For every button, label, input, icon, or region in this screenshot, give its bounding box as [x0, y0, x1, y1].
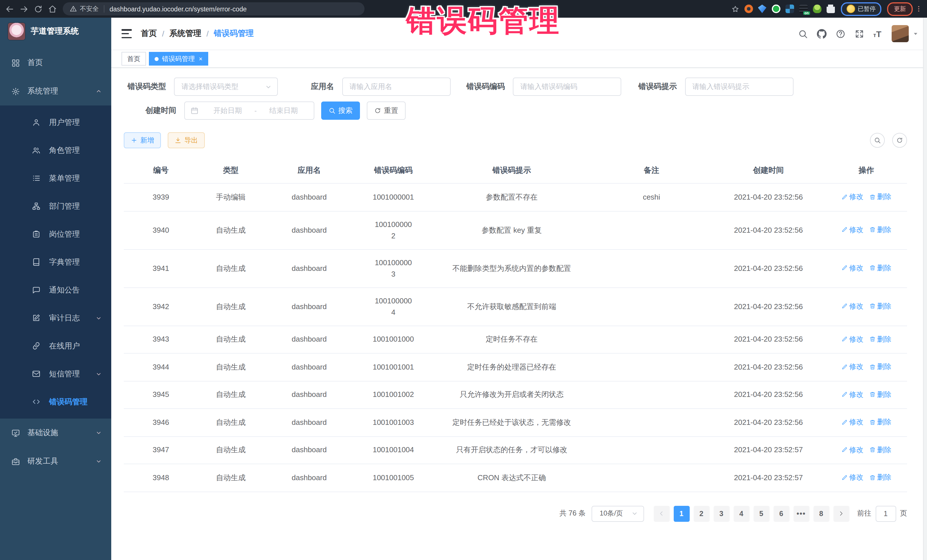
sidebar-item-devtools[interactable]: 研发工具	[0, 447, 111, 476]
edit-link[interactable]: 修改	[841, 444, 863, 455]
edit-link[interactable]: 修改	[841, 224, 863, 235]
breadcrumb-separator: /	[162, 29, 164, 38]
hamburger-menu-icon[interactable]	[122, 29, 132, 38]
page-button-2[interactable]: 2	[693, 505, 710, 522]
sidebar-item-home[interactable]: 首页	[0, 49, 111, 77]
refresh-table-button[interactable]	[892, 133, 907, 148]
browser-menu-dots-icon[interactable]	[915, 5, 922, 12]
font-size-icon[interactable]: тT	[873, 29, 881, 38]
export-button[interactable]: 导出	[168, 132, 205, 148]
delete-link[interactable]: 删除	[869, 472, 891, 483]
tab-close-icon[interactable]: ×	[199, 56, 202, 62]
delete-link[interactable]: 删除	[869, 389, 891, 400]
reset-button[interactable]: 重置	[367, 102, 406, 120]
delete-link[interactable]: 删除	[869, 444, 891, 455]
cell-msg: CRON 表达式不正确	[432, 465, 591, 491]
extension-icon-3[interactable]	[772, 5, 780, 13]
sidebar-item-notice[interactable]: 通知公告	[0, 276, 111, 304]
page-button-6[interactable]: 6	[773, 505, 789, 522]
search-button[interactable]: 搜索	[321, 102, 360, 120]
chevron-up-icon	[95, 88, 102, 95]
sidebar-item-dict[interactable]: 字典管理	[0, 248, 111, 276]
browser-forward-icon[interactable]	[20, 4, 29, 14]
breadcrumb-system[interactable]: 系统管理	[169, 29, 201, 39]
extension-icon-5[interactable]: on	[799, 5, 807, 13]
fullscreen-icon[interactable]	[854, 29, 864, 38]
page-ellipsis[interactable]: •••	[793, 505, 809, 522]
sidebar-item-menu[interactable]: 菜单管理	[0, 164, 111, 192]
address-bar[interactable]: 不安全 dashboard.yudao.iocoder.cn/system/er…	[63, 2, 365, 15]
app-logo-block[interactable]: 芋道管理系统	[0, 18, 111, 45]
update-button[interactable]: 更新	[887, 2, 913, 16]
edit-link[interactable]: 修改	[841, 389, 863, 400]
delete-link[interactable]: 删除	[869, 224, 891, 235]
toggle-search-button[interactable]	[870, 133, 885, 148]
sidebar-item-sms[interactable]: 短信管理	[0, 360, 111, 388]
goto-page-input[interactable]	[875, 505, 896, 522]
page-button-4[interactable]: 4	[733, 505, 749, 522]
page-scrollbar[interactable]	[923, 18, 927, 560]
edit-link[interactable]: 修改	[841, 300, 863, 312]
header-search-icon[interactable]	[798, 29, 808, 38]
browser-reload-icon[interactable]	[33, 4, 43, 14]
extension-icon-2[interactable]	[758, 5, 766, 13]
page-button-8[interactable]: 8	[813, 505, 829, 522]
edit-link[interactable]: 修改	[841, 472, 863, 483]
edit-link[interactable]: 修改	[841, 361, 863, 372]
delete-link[interactable]: 删除	[869, 191, 891, 202]
delete-link[interactable]: 删除	[869, 262, 891, 274]
cell-code: 1001001003	[355, 410, 432, 436]
page-button-1[interactable]: 1	[673, 505, 689, 522]
browser-back-icon[interactable]	[5, 4, 14, 14]
sidebar-item-infra[interactable]: 基础设施	[0, 419, 111, 447]
chevron-down-icon	[95, 458, 102, 465]
delete-link[interactable]: 删除	[869, 300, 891, 312]
delete-link[interactable]: 删除	[869, 416, 891, 428]
error-msg-input[interactable]	[685, 77, 793, 96]
paused-badge[interactable]: 已暂停	[840, 2, 881, 16]
user-avatar[interactable]	[892, 25, 909, 42]
edit-link[interactable]: 修改	[841, 262, 863, 274]
edit-link[interactable]: 修改	[841, 416, 863, 428]
app-name-input[interactable]	[342, 77, 450, 96]
sidebar-item-role[interactable]: 角色管理	[0, 136, 111, 164]
breadcrumb-home[interactable]: 首页	[141, 29, 157, 39]
edit-link[interactable]: 修改	[841, 333, 863, 345]
tab-home[interactable]: 首页	[122, 52, 146, 65]
cell-actions: 修改删除	[825, 354, 907, 381]
help-icon[interactable]	[836, 29, 845, 38]
error-type-select[interactable]	[174, 77, 278, 96]
extension-icon-4[interactable]	[785, 5, 794, 13]
date-range-picker[interactable]: 开始日期 - 结束日期	[184, 102, 314, 120]
filter-label-type: 错误码类型	[124, 82, 166, 92]
page-button-3[interactable]: 3	[713, 505, 729, 522]
bookmark-star-icon[interactable]	[731, 5, 739, 13]
prev-page-button[interactable]	[653, 505, 669, 522]
sidebar-item-user[interactable]: 用户管理	[0, 108, 111, 136]
next-page-button[interactable]	[833, 505, 849, 522]
github-icon[interactable]	[817, 29, 827, 38]
page-button-5[interactable]: 5	[753, 505, 769, 522]
filter-row-2: 创建时间 开始日期 - 结束日期 搜索 重置	[124, 102, 927, 120]
sidebar-item-audit-log[interactable]: 审计日志	[0, 304, 111, 332]
table-row: 3944自动生成dashboard1001001001定时任务的处理器已经存在2…	[124, 354, 907, 381]
sidebar-item-error-code[interactable]: 错误码管理	[0, 388, 111, 416]
sidebar-item-dept[interactable]: 部门管理	[0, 192, 111, 220]
cell-actions: 修改删除	[825, 293, 907, 320]
add-button[interactable]: 新增	[124, 132, 161, 148]
sidebar-item-system[interactable]: 系统管理	[0, 77, 111, 106]
browser-home-icon[interactable]	[48, 4, 57, 14]
sidebar-item-post[interactable]: 岗位管理	[0, 220, 111, 248]
page-size-select[interactable]: 10条/页	[591, 505, 644, 522]
delete-link[interactable]: 删除	[869, 333, 891, 345]
error-code-input[interactable]	[513, 77, 621, 96]
delete-link[interactable]: 删除	[869, 361, 891, 372]
extension-icon-6[interactable]	[813, 5, 821, 13]
extension-puzzle-icon[interactable]	[826, 5, 835, 13]
tab-error-code[interactable]: 错误码管理 ×	[149, 52, 208, 65]
edit-link[interactable]: 修改	[841, 191, 863, 202]
goto-unit: 页	[900, 509, 907, 518]
avatar-caret-down-icon[interactable]	[912, 30, 919, 37]
sidebar-item-online-user[interactable]: 在线用户	[0, 332, 111, 360]
extension-icon-1[interactable]	[744, 5, 753, 13]
